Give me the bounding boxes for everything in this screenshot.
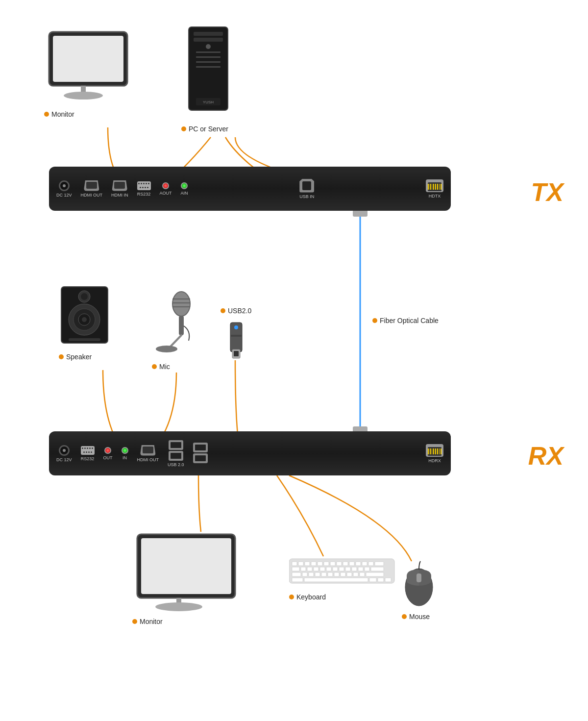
rx-usb-b1-inner (195, 445, 206, 450)
rx-in-label: IN (122, 455, 127, 460)
svg-point-10 (206, 44, 211, 49)
tx-aout-label: AOUT (160, 191, 172, 196)
tx-hdmi-in-port (112, 180, 127, 191)
tx-port-rs232: RS232 (137, 181, 151, 197)
rx-port-rs232: RS232 (81, 446, 95, 461)
usb20-dot (220, 308, 225, 313)
rd3 (87, 448, 88, 449)
svg-rect-68 (371, 567, 384, 571)
tx-ain-port (181, 182, 188, 189)
d5 (148, 183, 149, 184)
tx-port-hdmi-out: HDMI OUT (81, 180, 103, 198)
svg-rect-12 (196, 56, 220, 58)
tx-port-hdmi-in: HDMI IN (111, 180, 128, 198)
tx-usb-in-label: USB IN (299, 194, 314, 199)
p1 (428, 184, 429, 190)
svg-rect-24 (69, 338, 100, 341)
tx-hdmi-in-label: HDMI IN (111, 193, 128, 198)
usb-stick-svg (226, 318, 246, 362)
p5 (435, 184, 436, 190)
monitor-bottom-dot (132, 619, 137, 624)
svg-text:YUSH: YUSH (203, 100, 214, 104)
keyboard-svg (289, 554, 397, 588)
rx-usb20-double-a (169, 440, 183, 461)
mouse-label: Mouse (402, 613, 436, 621)
tx-hdtx-label: HDTX (429, 194, 441, 199)
rd1 (82, 448, 83, 449)
rp7 (439, 448, 440, 454)
rx-usb-a1 (169, 440, 183, 450)
tx-dc-label: DC 12V (56, 193, 72, 198)
svg-rect-45 (311, 562, 316, 566)
svg-rect-8 (194, 32, 223, 36)
fiber-dot (372, 318, 377, 323)
tx-port-ain: AIN (181, 182, 188, 196)
tx-rs232-label: RS232 (137, 192, 151, 197)
tx-bar: DC 12V HDMI OUT HDMI IN (49, 167, 451, 211)
p2 (430, 184, 431, 190)
rx-hdmi-out-label: HDMI OUT (137, 457, 159, 462)
keyboard-label: Keyboard (289, 593, 397, 601)
tx-port-dc12v: DC 12V (56, 180, 72, 198)
rx-usb20-double-b (193, 443, 208, 463)
rx-usb-a2-inner (171, 453, 181, 459)
pc-server: YUSH PC or Server (181, 22, 235, 133)
svg-rect-53 (362, 562, 367, 566)
rx-hdrx-inner (428, 447, 441, 456)
svg-rect-50 (343, 562, 348, 566)
tx-usb-in-port (299, 179, 314, 193)
rd6 (83, 451, 85, 453)
tx-hdmi-out-label: HDMI OUT (81, 193, 103, 198)
svg-rect-34 (234, 351, 239, 356)
svg-rect-70 (302, 572, 307, 576)
d1 (138, 183, 140, 184)
tx-hdmi-in-inner (114, 182, 125, 189)
rd2 (84, 448, 86, 449)
rx-port-out: OUT (103, 447, 113, 460)
rx-usb-a1-inner (171, 442, 181, 448)
usb20-label-top: USB2.0 (220, 307, 251, 315)
svg-rect-81 (292, 578, 303, 582)
monitor-top-svg (44, 27, 132, 105)
d7 (142, 187, 144, 188)
bottom-monitor: Monitor (132, 529, 240, 625)
d3 (143, 183, 145, 184)
svg-rect-75 (334, 572, 339, 576)
rp6 (437, 448, 438, 454)
rp2 (430, 448, 431, 454)
svg-rect-73 (321, 572, 326, 576)
speaker-device: Speaker (59, 284, 113, 361)
svg-rect-78 (353, 572, 358, 576)
tx-aout-port (162, 182, 169, 189)
tx-port-hdtx: HDTX (426, 179, 443, 199)
rx-hdrx-label: HDRX (428, 458, 441, 463)
mouse-dot (402, 614, 407, 619)
svg-rect-51 (349, 562, 354, 566)
rx-out-port (104, 447, 111, 454)
svg-rect-80 (366, 572, 384, 576)
svg-point-19 (81, 293, 88, 300)
tx-hdmi-out-inner (86, 182, 97, 189)
d6 (140, 187, 141, 188)
monitor-top-dot (44, 112, 49, 117)
tx-port-aout: AOUT (160, 182, 172, 196)
svg-rect-67 (365, 567, 369, 571)
svg-rect-71 (309, 572, 314, 576)
rx-port-in: IN (122, 447, 128, 460)
fiber-label: Fiber Optical Cable (372, 317, 439, 324)
svg-rect-43 (298, 562, 303, 566)
d8 (145, 187, 146, 188)
svg-rect-56 (292, 567, 299, 571)
monitor-bottom-svg (132, 529, 240, 613)
svg-rect-62 (333, 567, 338, 571)
rx-in-port (122, 447, 128, 454)
rx-bar: DC 12V RS232 OUT IN (49, 431, 451, 475)
mouse-device: Mouse (402, 559, 436, 621)
svg-rect-84 (378, 578, 384, 582)
fiber-label-container: Fiber Optical Cable (372, 314, 439, 324)
p8 (441, 184, 441, 190)
svg-rect-54 (368, 562, 373, 566)
rd8 (88, 451, 90, 453)
svg-rect-57 (301, 567, 306, 571)
p6 (437, 184, 438, 190)
